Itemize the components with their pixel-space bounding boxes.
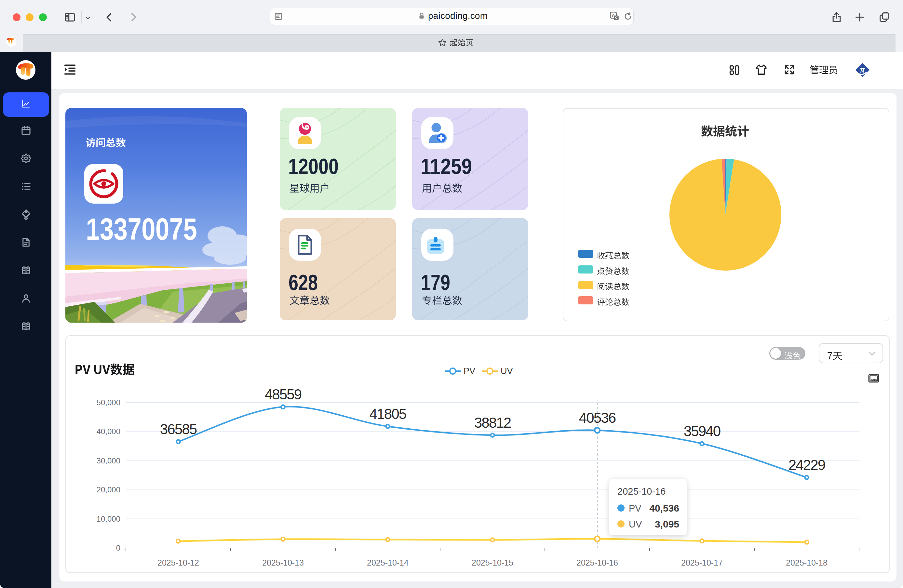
svg-text:20,000: 20,000 (97, 485, 120, 494)
svg-text:2025-10-12: 2025-10-12 (157, 558, 199, 567)
svg-text:2025-10-13: 2025-10-13 (262, 558, 304, 567)
svg-text:48559: 48559 (265, 386, 302, 402)
svg-text:11259: 11259 (421, 154, 472, 177)
svg-text:13370075: 13370075 (86, 212, 197, 241)
svg-text:2025-10-14: 2025-10-14 (367, 558, 409, 567)
svg-text:0: 0 (116, 544, 120, 552)
svg-text:40536: 40536 (579, 410, 616, 426)
svg-text:628: 628 (288, 270, 318, 293)
svg-text:38812: 38812 (474, 415, 511, 431)
svg-text:2025-10-18: 2025-10-18 (786, 558, 827, 567)
svg-text:2025-10-17: 2025-10-17 (681, 558, 723, 567)
svg-text:179: 179 (421, 270, 450, 293)
svg-text:24229: 24229 (788, 457, 825, 473)
svg-text:10,000: 10,000 (97, 514, 120, 523)
svg-text:30,000: 30,000 (97, 456, 120, 465)
svg-text:50,000: 50,000 (97, 398, 120, 407)
svg-text:PV: PV (464, 366, 475, 376)
svg-text:36585: 36585 (160, 421, 197, 437)
svg-text:π: π (860, 65, 865, 74)
svg-text:41805: 41805 (370, 406, 406, 422)
svg-text:12000: 12000 (288, 154, 338, 177)
svg-text:2025-10-16: 2025-10-16 (576, 558, 618, 567)
svg-text:UV: UV (500, 366, 513, 376)
svg-text:35940: 35940 (684, 423, 721, 439)
svg-text:40,000: 40,000 (97, 427, 120, 436)
svg-text:2025-10-15: 2025-10-15 (472, 558, 513, 567)
